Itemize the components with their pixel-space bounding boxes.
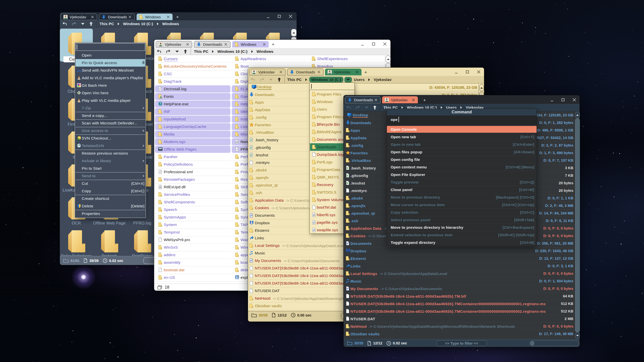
svg-text:V: V [78, 91, 80, 94]
svg-text:?: ? [159, 102, 161, 106]
svg-text:A: A [159, 96, 162, 99]
